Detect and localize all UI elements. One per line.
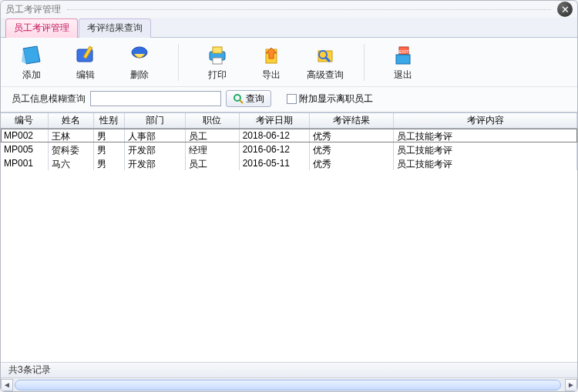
col-id[interactable]: 编号	[1, 113, 49, 128]
cell: 员工技能考评	[394, 142, 577, 156]
col-gender[interactable]: 性别	[94, 113, 125, 128]
search-icon	[233, 93, 244, 104]
cell: 优秀	[310, 142, 394, 156]
cell: 优秀	[310, 156, 394, 170]
data-grid: 编号 姓名 性别 部门 职位 考评日期 考评结果 考评内容 MP002王林男人事…	[1, 112, 577, 362]
cell: 员工技能考评	[394, 156, 577, 170]
tab-strip: 员工考评管理 考评结果查询	[1, 18, 577, 38]
export-icon	[257, 44, 285, 67]
window-title: 员工考评管理	[5, 3, 61, 16]
col-pos[interactable]: 职位	[186, 113, 239, 128]
cell: 2016-06-12	[240, 142, 310, 156]
export-button[interactable]: 导出	[251, 44, 291, 82]
cell: 马六	[49, 156, 95, 170]
delete-button[interactable]: 删除	[119, 44, 160, 82]
edit-icon	[72, 44, 99, 67]
cell: 男	[94, 142, 125, 156]
advanced-query-label: 高级查询	[307, 69, 344, 82]
cell: MP002	[1, 129, 49, 142]
col-date[interactable]: 考评日期	[240, 113, 310, 128]
cell: 贺科委	[49, 142, 95, 156]
advanced-query-icon	[311, 44, 339, 67]
col-name[interactable]: 姓名	[49, 113, 95, 128]
toolbar-separator	[364, 44, 365, 81]
query-button-label: 查询	[246, 92, 264, 106]
query-button[interactable]: 查询	[226, 90, 271, 107]
grid-body[interactable]: MP002王林男人事部员工2018-06-12优秀员工技能考评MP005贺科委男…	[1, 129, 577, 362]
table-row[interactable]: MP005贺科委男开发部经理2016-06-12优秀员工技能考评	[1, 142, 577, 156]
checkbox-box	[287, 94, 297, 104]
cell: MP001	[1, 156, 49, 170]
cell: 员工技能考评	[394, 129, 577, 142]
close-button[interactable]: ✕	[557, 2, 573, 17]
exit-icon: EXIT	[389, 44, 417, 67]
add-button[interactable]: 添加	[12, 44, 52, 82]
toolbar-separator	[178, 44, 179, 81]
grid-header: 编号 姓名 性别 部门 职位 考评日期 考评结果 考评内容	[1, 113, 577, 129]
delete-icon	[126, 44, 153, 67]
cell: 男	[94, 156, 125, 170]
cell: 人事部	[125, 129, 186, 142]
col-content[interactable]: 考评内容	[394, 113, 577, 128]
cell: MP005	[1, 142, 49, 156]
exit-button[interactable]: EXIT 退出	[383, 44, 423, 82]
cell: 王林	[49, 129, 95, 142]
record-count: 共3条记录	[8, 364, 51, 377]
toolbar: 添加 编辑 删除 打印	[1, 38, 577, 87]
print-label: 打印	[208, 69, 227, 82]
table-row[interactable]: MP001马六男开发部员工2016-05-11优秀员工技能考评	[1, 156, 577, 170]
cell: 员工	[186, 156, 239, 170]
tab-evaluation-mgmt[interactable]: 员工考评管理	[5, 18, 78, 38]
tab-label: 员工考评管理	[14, 22, 69, 33]
tab-result-query[interactable]: 考评结果查询	[79, 18, 151, 38]
cell: 2016-05-11	[240, 156, 310, 170]
scroll-right-arrow[interactable]: ►	[565, 379, 577, 391]
search-bar: 员工信息模糊查询 查询 附加显示离职员工	[1, 87, 577, 112]
search-input[interactable]	[90, 91, 221, 106]
edit-label: 编辑	[76, 69, 95, 82]
edit-button[interactable]: 编辑	[66, 44, 106, 82]
svg-point-15	[234, 95, 240, 101]
horizontal-scrollbar[interactable]: ◄ ►	[1, 377, 577, 391]
cell: 开发部	[125, 156, 186, 170]
cell: 2018-06-12	[240, 129, 310, 142]
tab-label: 考评结果查询	[87, 22, 143, 33]
delete-label: 删除	[130, 69, 149, 82]
close-icon: ✕	[561, 4, 570, 15]
checkbox-label: 附加显示离职员工	[299, 92, 373, 106]
scroll-track[interactable]	[13, 379, 565, 391]
add-icon	[18, 44, 45, 67]
cell: 开发部	[125, 142, 186, 156]
cell: 优秀	[310, 129, 394, 142]
scroll-left-arrow[interactable]: ◄	[1, 379, 13, 391]
svg-rect-7	[213, 58, 222, 64]
svg-text:EXIT: EXIT	[398, 49, 409, 54]
export-label: 导出	[262, 69, 281, 82]
svg-line-16	[240, 100, 243, 103]
add-label: 添加	[22, 69, 41, 82]
show-left-employees-checkbox[interactable]: 附加显示离职员工	[287, 92, 373, 106]
col-result[interactable]: 考评结果	[310, 113, 394, 128]
search-label: 员工信息模糊查询	[12, 92, 86, 106]
title-bar: 员工考评管理 ✕	[1, 1, 577, 18]
cell: 经理	[186, 142, 239, 156]
exit-label: 退出	[394, 69, 412, 82]
cell: 员工	[186, 129, 239, 142]
svg-rect-14	[396, 55, 410, 64]
titlebar-divider	[67, 9, 551, 10]
print-icon	[203, 44, 231, 67]
status-bar: 共3条记录	[1, 362, 577, 377]
cell: 男	[94, 129, 125, 142]
svg-rect-6	[213, 47, 222, 53]
scroll-thumb[interactable]	[15, 380, 561, 390]
print-button[interactable]: 打印	[197, 44, 237, 82]
advanced-query-button[interactable]: 高级查询	[305, 44, 345, 82]
col-dept[interactable]: 部门	[125, 113, 186, 128]
table-row[interactable]: MP002王林男人事部员工2018-06-12优秀员工技能考评	[1, 129, 577, 142]
